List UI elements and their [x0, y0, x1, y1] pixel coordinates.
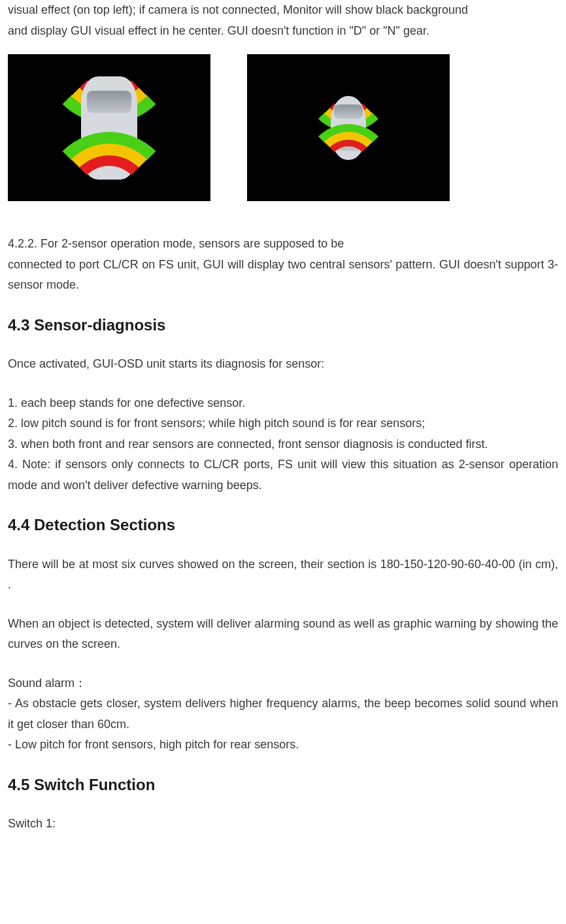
heading-45: 4.5 Switch Function: [8, 774, 558, 796]
sound-alarm-item2: - Low pitch for front sensors, high pitc…: [8, 735, 558, 756]
heading-44: 4.4 Detection Sections: [8, 514, 558, 536]
heading-43: 4.3 Sensor-diagnosis: [8, 314, 558, 336]
section-43-item3: 3. when both front and rear sensors are …: [8, 434, 558, 455]
sensor-display-small: [247, 54, 450, 201]
section-43-item2: 2. low pitch sound is for front sensors;…: [8, 413, 558, 434]
sensor-images-row: [8, 54, 558, 201]
section-422-line2: connected to port CL/CR on FS unit, GUI …: [8, 255, 558, 296]
section-43-item1: 1. each beep stands for one defective se…: [8, 393, 558, 414]
section-422-line1: 4.2.2. For 2-sensor operation mode, sens…: [8, 234, 558, 255]
section-44-p1: There will be at most six curves showed …: [8, 554, 558, 596]
document-page: visual effect (on top left); if camera i…: [0, 0, 566, 924]
sound-alarm-item1: - As obstacle gets closer, system delive…: [8, 693, 558, 735]
arc-red-icon: [322, 140, 375, 192]
section-44-p2: When an object is detected, system will …: [8, 614, 558, 655]
section-43-intro: Once activated, GUI-OSD unit starts its …: [8, 354, 558, 375]
switch1-label: Switch 1:: [8, 814, 558, 835]
sound-alarm-label: Sound alarm：: [8, 673, 558, 694]
intro-paragraph-line2: and display GUI visual effect in he cent…: [8, 21, 558, 42]
sensor-display-large: [8, 54, 210, 201]
intro-paragraph-line1: visual effect (on top left); if camera i…: [8, 0, 558, 21]
section-43-item4: 4. Note: if sensors only connects to CL/…: [8, 454, 558, 496]
